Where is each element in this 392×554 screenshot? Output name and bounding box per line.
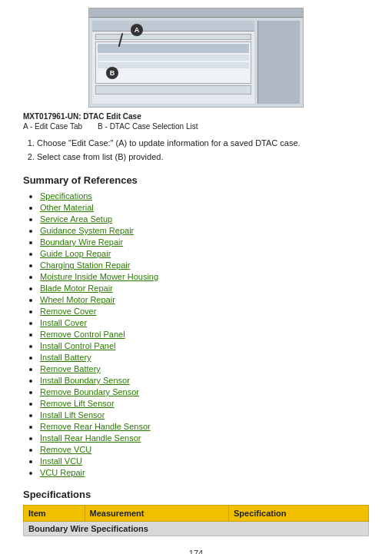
caption-label-b: B - DTAC Case Selection List — [98, 122, 198, 131]
step-1: Choose "Edit Case:" (A) to update inform… — [37, 137, 369, 151]
list-item[interactable]: Install Cover — [40, 317, 369, 328]
list-item[interactable]: Install Battery — [40, 352, 369, 363]
caption-label-a: A - Edit Case Tab — [23, 122, 82, 131]
col-specification: Specification — [229, 506, 369, 522]
list-item[interactable]: Remove Cover — [40, 306, 369, 317]
list-item[interactable]: Specifications — [40, 191, 369, 201]
screenshot-image: A B — [88, 8, 304, 108]
summary-title: Summary of References — [23, 174, 369, 186]
sub-header-cell: Boundary Wire Specifications — [24, 522, 369, 536]
list-item[interactable]: Service Area Setup — [40, 214, 369, 224]
list-item[interactable]: Other Material — [40, 202, 369, 213]
col-measurement: Measurement — [85, 506, 228, 522]
list-item[interactable]: Remove Lift Sensor — [40, 398, 369, 409]
list-item[interactable]: Remove Control Panel — [40, 329, 369, 340]
list-item[interactable]: Charging Station Repair — [40, 260, 369, 270]
caption-labels: A - Edit Case Tab B - DTAC Case Selectio… — [23, 122, 369, 131]
list-item[interactable]: Remove VCU — [40, 444, 369, 455]
figure-title: MXT017961-UN: DTAC Edit Case — [23, 112, 369, 121]
steps-list: Choose "Edit Case:" (A) to update inform… — [23, 137, 369, 164]
list-item[interactable]: Boundary Wire Repair — [40, 237, 369, 247]
step-2: Select case from list (B) provided. — [37, 151, 369, 164]
list-item[interactable]: Remove Battery — [40, 363, 369, 374]
list-item[interactable]: Install Control Panel — [40, 340, 369, 351]
list-item[interactable]: VCU Repair — [40, 467, 369, 478]
caption-area: MXT017961-UN: DTAC Edit Case A - Edit Ca… — [23, 112, 369, 131]
reference-list: SpecificationsOther MaterialService Area… — [23, 191, 369, 478]
label-a-circle: A — [131, 24, 143, 36]
list-item[interactable]: Remove Boundary Sensor — [40, 386, 369, 397]
list-item[interactable]: Install Lift Sensor — [40, 410, 369, 420]
list-item[interactable]: Wheel Motor Repair — [40, 294, 369, 305]
list-item[interactable]: Install Rear Handle Sensor — [40, 433, 369, 443]
list-item[interactable]: Remove Rear Handle Sensor — [40, 421, 369, 432]
list-item[interactable]: Install VCU — [40, 456, 369, 466]
list-item[interactable]: Install Boundary Sensor — [40, 375, 369, 386]
list-item[interactable]: Guide Loop Repair — [40, 248, 369, 259]
list-item[interactable]: Moisture Inside Mower Housing — [40, 271, 369, 282]
specifications-table: Item Measurement Specification Boundary … — [23, 505, 369, 536]
col-item: Item — [24, 506, 85, 522]
list-item[interactable]: Guidance System Repair — [40, 225, 369, 236]
specifications-title: Specifications — [23, 489, 369, 500]
page-number: 174 — [23, 549, 369, 554]
list-item[interactable]: Blade Motor Repair — [40, 283, 369, 294]
label-b-circle: B — [106, 67, 118, 79]
